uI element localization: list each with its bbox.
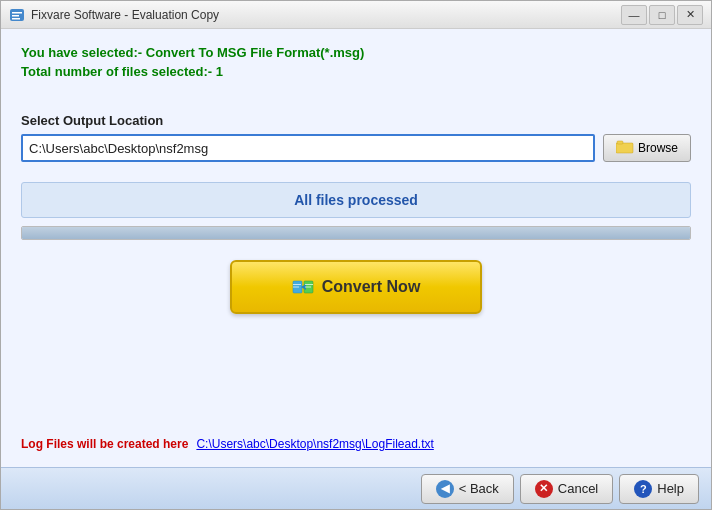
title-bar: Fixvare Software - Evaluation Copy — □ ✕ — [1, 1, 711, 29]
log-link[interactable]: C:\Users\abc\Desktop\nsf2msg\LogFilead.t… — [196, 437, 433, 451]
cancel-icon: ✕ — [535, 480, 553, 498]
svg-rect-12 — [305, 284, 313, 285]
help-button[interactable]: ? Help — [619, 474, 699, 504]
back-icon: ◀ — [436, 480, 454, 498]
convert-label: Convert Now — [322, 278, 421, 296]
svg-rect-11 — [293, 287, 299, 288]
maximize-button[interactable]: □ — [649, 5, 675, 25]
convert-now-button[interactable]: Convert Now — [230, 260, 483, 314]
output-path-input[interactable] — [21, 134, 595, 162]
output-label: Select Output Location — [21, 113, 691, 128]
bottom-bar: ◀ < Back ✕ Cancel ? Help — [1, 467, 711, 509]
progress-bar-fill — [22, 227, 690, 239]
app-icon — [9, 7, 25, 23]
convert-icon — [292, 276, 314, 298]
main-window: Fixvare Software - Evaluation Copy — □ ✕… — [0, 0, 712, 510]
window-title: Fixvare Software - Evaluation Copy — [31, 8, 621, 22]
svg-rect-13 — [305, 287, 311, 288]
svg-rect-10 — [293, 284, 301, 285]
back-label: < Back — [459, 481, 499, 496]
browse-label: Browse — [638, 141, 678, 155]
log-section: Log Files will be created here C:\Users\… — [21, 437, 691, 451]
selected-format-info: You have selected:- Convert To MSG File … — [21, 45, 691, 60]
main-content: You have selected:- Convert To MSG File … — [1, 29, 711, 467]
svg-rect-5 — [616, 143, 633, 153]
output-section: Select Output Location Browse — [21, 113, 691, 162]
back-button[interactable]: ◀ < Back — [421, 474, 514, 504]
convert-section: Convert Now — [21, 260, 691, 314]
window-controls: — □ ✕ — [621, 5, 703, 25]
cancel-label: Cancel — [558, 481, 598, 496]
help-label: Help — [657, 481, 684, 496]
browse-button[interactable]: Browse — [603, 134, 691, 162]
file-count-info: Total number of files selected:- 1 — [21, 64, 691, 79]
status-text: All files processed — [294, 192, 418, 208]
svg-rect-2 — [12, 15, 19, 17]
cancel-button[interactable]: ✕ Cancel — [520, 474, 613, 504]
status-bar: All files processed — [21, 182, 691, 218]
minimize-button[interactable]: — — [621, 5, 647, 25]
progress-bar — [21, 226, 691, 240]
output-row: Browse — [21, 134, 691, 162]
close-button[interactable]: ✕ — [677, 5, 703, 25]
info-section: You have selected:- Convert To MSG File … — [21, 45, 691, 83]
folder-icon — [616, 140, 634, 157]
help-icon: ? — [634, 480, 652, 498]
svg-rect-1 — [12, 12, 22, 14]
svg-rect-6 — [617, 141, 623, 144]
log-label: Log Files will be created here — [21, 437, 188, 451]
svg-rect-3 — [12, 18, 20, 20]
